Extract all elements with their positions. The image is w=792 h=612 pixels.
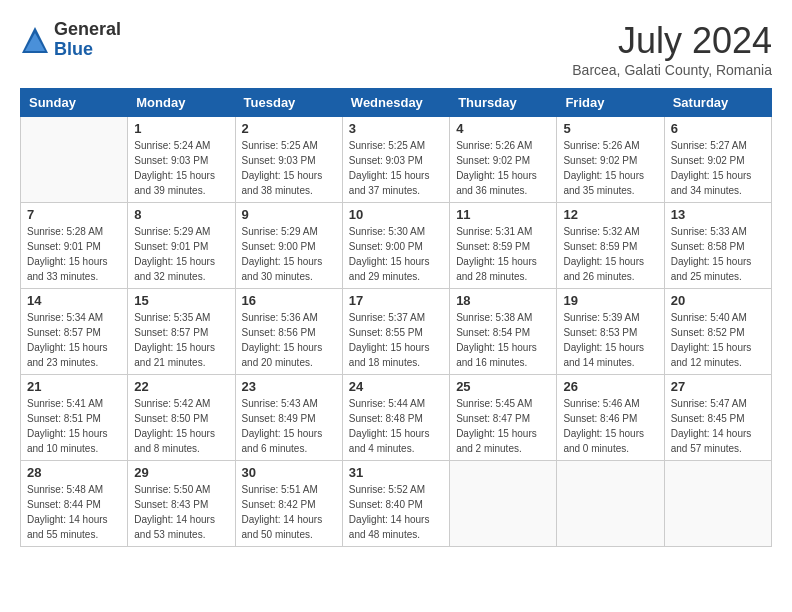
day-number: 29: [134, 465, 228, 480]
day-number: 23: [242, 379, 336, 394]
day-info: Sunrise: 5:24 AMSunset: 9:03 PMDaylight:…: [134, 138, 228, 198]
calendar-day-cell: 25Sunrise: 5:45 AMSunset: 8:47 PMDayligh…: [450, 375, 557, 461]
day-number: 19: [563, 293, 657, 308]
calendar-day-cell: 12Sunrise: 5:32 AMSunset: 8:59 PMDayligh…: [557, 203, 664, 289]
day-info: Sunrise: 5:51 AMSunset: 8:42 PMDaylight:…: [242, 482, 336, 542]
calendar-day-cell: 11Sunrise: 5:31 AMSunset: 8:59 PMDayligh…: [450, 203, 557, 289]
day-info: Sunrise: 5:37 AMSunset: 8:55 PMDaylight:…: [349, 310, 443, 370]
calendar-week-row: 21Sunrise: 5:41 AMSunset: 8:51 PMDayligh…: [21, 375, 772, 461]
calendar-day-cell: 20Sunrise: 5:40 AMSunset: 8:52 PMDayligh…: [664, 289, 771, 375]
logo: General Blue: [20, 20, 121, 60]
empty-cell: [21, 117, 128, 203]
day-info: Sunrise: 5:40 AMSunset: 8:52 PMDaylight:…: [671, 310, 765, 370]
day-number: 25: [456, 379, 550, 394]
day-info: Sunrise: 5:46 AMSunset: 8:46 PMDaylight:…: [563, 396, 657, 456]
logo-general: General: [54, 20, 121, 40]
day-info: Sunrise: 5:34 AMSunset: 8:57 PMDaylight:…: [27, 310, 121, 370]
calendar-day-cell: 18Sunrise: 5:38 AMSunset: 8:54 PMDayligh…: [450, 289, 557, 375]
day-number: 27: [671, 379, 765, 394]
day-info: Sunrise: 5:31 AMSunset: 8:59 PMDaylight:…: [456, 224, 550, 284]
weekday-header-sunday: Sunday: [21, 89, 128, 117]
day-info: Sunrise: 5:28 AMSunset: 9:01 PMDaylight:…: [27, 224, 121, 284]
weekday-header-saturday: Saturday: [664, 89, 771, 117]
day-info: Sunrise: 5:38 AMSunset: 8:54 PMDaylight:…: [456, 310, 550, 370]
day-info: Sunrise: 5:47 AMSunset: 8:45 PMDaylight:…: [671, 396, 765, 456]
empty-cell: [450, 461, 557, 547]
day-number: 30: [242, 465, 336, 480]
logo-icon: [20, 25, 50, 55]
day-number: 5: [563, 121, 657, 136]
calendar-day-cell: 19Sunrise: 5:39 AMSunset: 8:53 PMDayligh…: [557, 289, 664, 375]
day-info: Sunrise: 5:36 AMSunset: 8:56 PMDaylight:…: [242, 310, 336, 370]
calendar-week-row: 14Sunrise: 5:34 AMSunset: 8:57 PMDayligh…: [21, 289, 772, 375]
calendar-day-cell: 8Sunrise: 5:29 AMSunset: 9:01 PMDaylight…: [128, 203, 235, 289]
title-area: July 2024 Barcea, Galati County, Romania: [572, 20, 772, 78]
day-number: 22: [134, 379, 228, 394]
day-number: 26: [563, 379, 657, 394]
calendar-day-cell: 26Sunrise: 5:46 AMSunset: 8:46 PMDayligh…: [557, 375, 664, 461]
day-info: Sunrise: 5:30 AMSunset: 9:00 PMDaylight:…: [349, 224, 443, 284]
day-info: Sunrise: 5:43 AMSunset: 8:49 PMDaylight:…: [242, 396, 336, 456]
day-info: Sunrise: 5:50 AMSunset: 8:43 PMDaylight:…: [134, 482, 228, 542]
day-info: Sunrise: 5:29 AMSunset: 9:00 PMDaylight:…: [242, 224, 336, 284]
day-number: 8: [134, 207, 228, 222]
calendar-day-cell: 9Sunrise: 5:29 AMSunset: 9:00 PMDaylight…: [235, 203, 342, 289]
day-number: 3: [349, 121, 443, 136]
calendar-day-cell: 4Sunrise: 5:26 AMSunset: 9:02 PMDaylight…: [450, 117, 557, 203]
day-info: Sunrise: 5:25 AMSunset: 9:03 PMDaylight:…: [242, 138, 336, 198]
day-info: Sunrise: 5:27 AMSunset: 9:02 PMDaylight:…: [671, 138, 765, 198]
calendar-day-cell: 7Sunrise: 5:28 AMSunset: 9:01 PMDaylight…: [21, 203, 128, 289]
calendar-day-cell: 30Sunrise: 5:51 AMSunset: 8:42 PMDayligh…: [235, 461, 342, 547]
day-number: 9: [242, 207, 336, 222]
day-number: 31: [349, 465, 443, 480]
day-info: Sunrise: 5:25 AMSunset: 9:03 PMDaylight:…: [349, 138, 443, 198]
day-info: Sunrise: 5:45 AMSunset: 8:47 PMDaylight:…: [456, 396, 550, 456]
day-number: 1: [134, 121, 228, 136]
day-number: 20: [671, 293, 765, 308]
calendar-day-cell: 17Sunrise: 5:37 AMSunset: 8:55 PMDayligh…: [342, 289, 449, 375]
day-number: 24: [349, 379, 443, 394]
day-info: Sunrise: 5:48 AMSunset: 8:44 PMDaylight:…: [27, 482, 121, 542]
day-number: 12: [563, 207, 657, 222]
day-number: 6: [671, 121, 765, 136]
calendar-day-cell: 16Sunrise: 5:36 AMSunset: 8:56 PMDayligh…: [235, 289, 342, 375]
day-info: Sunrise: 5:42 AMSunset: 8:50 PMDaylight:…: [134, 396, 228, 456]
day-info: Sunrise: 5:26 AMSunset: 9:02 PMDaylight:…: [456, 138, 550, 198]
day-number: 21: [27, 379, 121, 394]
day-info: Sunrise: 5:33 AMSunset: 8:58 PMDaylight:…: [671, 224, 765, 284]
calendar-day-cell: 28Sunrise: 5:48 AMSunset: 8:44 PMDayligh…: [21, 461, 128, 547]
calendar-day-cell: 13Sunrise: 5:33 AMSunset: 8:58 PMDayligh…: [664, 203, 771, 289]
day-number: 2: [242, 121, 336, 136]
empty-cell: [557, 461, 664, 547]
day-number: 11: [456, 207, 550, 222]
day-info: Sunrise: 5:41 AMSunset: 8:51 PMDaylight:…: [27, 396, 121, 456]
calendar-day-cell: 3Sunrise: 5:25 AMSunset: 9:03 PMDaylight…: [342, 117, 449, 203]
calendar-day-cell: 21Sunrise: 5:41 AMSunset: 8:51 PMDayligh…: [21, 375, 128, 461]
day-number: 28: [27, 465, 121, 480]
weekday-header-wednesday: Wednesday: [342, 89, 449, 117]
calendar-day-cell: 6Sunrise: 5:27 AMSunset: 9:02 PMDaylight…: [664, 117, 771, 203]
calendar-week-row: 7Sunrise: 5:28 AMSunset: 9:01 PMDaylight…: [21, 203, 772, 289]
day-number: 15: [134, 293, 228, 308]
calendar-day-cell: 2Sunrise: 5:25 AMSunset: 9:03 PMDaylight…: [235, 117, 342, 203]
day-number: 16: [242, 293, 336, 308]
day-info: Sunrise: 5:39 AMSunset: 8:53 PMDaylight:…: [563, 310, 657, 370]
day-info: Sunrise: 5:35 AMSunset: 8:57 PMDaylight:…: [134, 310, 228, 370]
weekday-header-row: SundayMondayTuesdayWednesdayThursdayFrid…: [21, 89, 772, 117]
calendar-day-cell: 10Sunrise: 5:30 AMSunset: 9:00 PMDayligh…: [342, 203, 449, 289]
day-number: 13: [671, 207, 765, 222]
calendar-day-cell: 27Sunrise: 5:47 AMSunset: 8:45 PMDayligh…: [664, 375, 771, 461]
calendar-day-cell: 22Sunrise: 5:42 AMSunset: 8:50 PMDayligh…: [128, 375, 235, 461]
day-number: 17: [349, 293, 443, 308]
calendar-day-cell: 15Sunrise: 5:35 AMSunset: 8:57 PMDayligh…: [128, 289, 235, 375]
calendar-week-row: 28Sunrise: 5:48 AMSunset: 8:44 PMDayligh…: [21, 461, 772, 547]
weekday-header-friday: Friday: [557, 89, 664, 117]
logo-blue: Blue: [54, 40, 121, 60]
page-header: General Blue July 2024 Barcea, Galati Co…: [20, 20, 772, 78]
calendar-day-cell: 14Sunrise: 5:34 AMSunset: 8:57 PMDayligh…: [21, 289, 128, 375]
calendar-day-cell: 24Sunrise: 5:44 AMSunset: 8:48 PMDayligh…: [342, 375, 449, 461]
calendar-day-cell: 31Sunrise: 5:52 AMSunset: 8:40 PMDayligh…: [342, 461, 449, 547]
weekday-header-tuesday: Tuesday: [235, 89, 342, 117]
day-info: Sunrise: 5:32 AMSunset: 8:59 PMDaylight:…: [563, 224, 657, 284]
calendar-table: SundayMondayTuesdayWednesdayThursdayFrid…: [20, 88, 772, 547]
